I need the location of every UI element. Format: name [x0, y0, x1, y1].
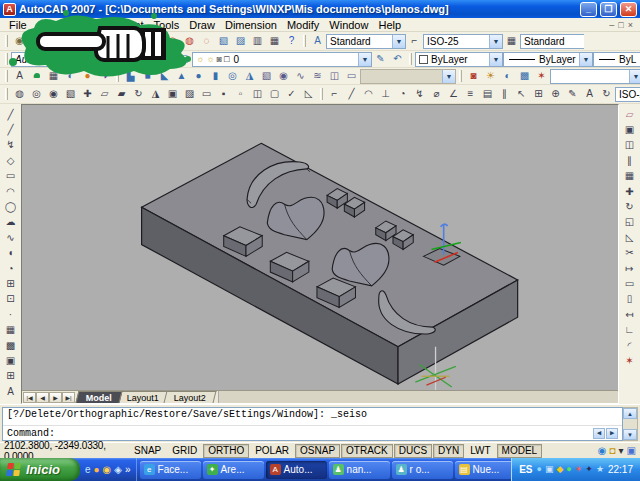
dim-tolerance-icon[interactable]: ⊞ [530, 87, 547, 102]
dim-radius-icon[interactable]: ◔ [394, 87, 411, 102]
chevron-down-icon[interactable]: ▼ [489, 35, 502, 48]
menu-file-item[interactable]: File [4, 19, 32, 31]
toolbar-grip[interactable] [5, 88, 8, 100]
clean-icon[interactable]: ▫ [232, 87, 249, 102]
layer-previous-icon[interactable]: ↶ [389, 52, 406, 67]
tray-user-icon[interactable]: ● [566, 465, 571, 474]
tray-shield-icon[interactable]: ◆ [556, 465, 563, 474]
scale-icon[interactable]: ◱ [621, 215, 638, 230]
toolbar-grip[interactable] [5, 35, 8, 47]
tray-app-icon[interactable]: ✦ [585, 465, 593, 474]
extrude-icon[interactable]: ▧ [258, 69, 275, 84]
mapping-icon[interactable]: ▩ [516, 69, 533, 84]
close-button[interactable]: ✕ [620, 2, 637, 17]
quick-media-icon[interactable]: ◈ [114, 464, 122, 475]
table-icon[interactable]: ⊞ [2, 369, 19, 384]
doc-minimize-button[interactable]: – [609, 20, 614, 30]
dimension-style-icon[interactable]: ⌐ [28, 69, 45, 84]
tab-nav-prev[interactable]: ◀ [36, 392, 49, 403]
taskbar-button-face[interactable]: e Face... [140, 461, 201, 479]
sheet-set-manager-icon[interactable]: ▧ [215, 34, 232, 49]
rectangle-icon[interactable]: ▭ [2, 169, 19, 184]
tray-star-icon[interactable]: ★ [596, 465, 604, 474]
taskbar-button-nan[interactable]: ♟ nan... [329, 461, 390, 479]
zoom-previous-icon[interactable]: ◌ [198, 34, 215, 49]
table-style-icon[interactable]: ▦ [45, 69, 62, 84]
tab-layout2[interactable]: Layout2 [164, 391, 217, 403]
materials-icon[interactable]: ● [79, 69, 96, 84]
sphere-icon[interactable]: ● [190, 69, 207, 84]
spline-icon[interactable]: ∿ [2, 230, 19, 245]
polyline-icon[interactable]: ↯ [2, 138, 19, 153]
start-button[interactable]: Inicio [0, 458, 80, 481]
workspace-settings-icon[interactable]: ✱ [115, 52, 132, 67]
tab-nav-next[interactable]: ▶ [49, 392, 62, 403]
cut-icon[interactable]: ✂ [28, 34, 45, 49]
scroll-up-icon[interactable]: ▲ [623, 408, 637, 419]
extend-icon[interactable]: ↦ [621, 261, 638, 276]
toolbar-grip[interactable] [116, 70, 119, 82]
layer-states-icon[interactable]: ▤ [175, 52, 192, 67]
toggle-ortho[interactable]: ORTHO [203, 444, 249, 458]
tab-nav-first[interactable]: |◀ [23, 392, 36, 403]
quick-launch-overflow-icon[interactable]: » [125, 464, 131, 475]
break-point-icon[interactable]: ▭ [621, 276, 638, 291]
dim-leader-icon[interactable]: ↖ [513, 87, 530, 102]
plotstyle-control-select[interactable]: ByL [593, 52, 640, 67]
dim-jogged-icon[interactable]: ↯ [411, 87, 428, 102]
chamfer-icon[interactable]: ∟ [621, 322, 638, 337]
chevron-down-icon[interactable]: ▼ [358, 53, 371, 66]
chevron-down-icon[interactable]: ▼ [392, 35, 405, 48]
horizontal-scrollbar[interactable] [218, 391, 618, 403]
dim-quick-icon[interactable]: ≡ [462, 87, 479, 102]
delete-faces-icon[interactable]: ▰ [113, 87, 130, 102]
help-icon[interactable]: ? [283, 34, 300, 49]
point-icon[interactable]: · [2, 307, 19, 322]
imprint-icon[interactable]: ▪ [215, 87, 232, 102]
taskbar-button-are[interactable]: ✦ Are... [203, 461, 264, 479]
status-menu-arrow-icon[interactable]: ▾ [619, 445, 624, 456]
menu-dimension-item[interactable]: Dimension [220, 19, 282, 31]
chevron-down-icon[interactable]: ▼ [579, 53, 592, 66]
menu-draw-item[interactable]: Draw [184, 19, 220, 31]
chevron-down-icon[interactable]: ▼ [101, 53, 114, 66]
move-faces-icon[interactable]: ✚ [79, 87, 96, 102]
menu-format-item[interactable]: Format [104, 19, 149, 31]
dim-edit-icon[interactable]: ✎ [564, 87, 581, 102]
dim-arc-icon[interactable]: ◠ [360, 87, 377, 102]
render-icon[interactable]: ◙ [465, 69, 482, 84]
wedge-icon[interactable]: ◣ [156, 69, 173, 84]
separate-icon[interactable]: ◫ [249, 87, 266, 102]
doc-restore-button[interactable]: □ [618, 20, 623, 30]
linetype-control-select[interactable]: ByLayer ▼ [503, 52, 593, 67]
circle-icon[interactable]: ◯ [2, 199, 19, 214]
render-preset-icon[interactable]: ◐ [62, 69, 79, 84]
text-style-select[interactable]: Standard ▼ [326, 34, 406, 49]
color-faces-icon[interactable]: ▨ [181, 87, 198, 102]
dim-angular-icon[interactable]: ∠ [445, 87, 462, 102]
quick-chrome-icon[interactable]: ◉ [103, 464, 112, 475]
subtract-icon[interactable]: ◎ [28, 87, 45, 102]
redo-icon[interactable]: ↷ [130, 34, 147, 49]
toggle-dyn[interactable]: DYN [433, 444, 464, 458]
tray-badge-icon[interactable]: ✶ [575, 465, 583, 474]
taskbar-button-ro[interactable]: ♟ r o... [392, 461, 453, 479]
copy-faces-icon[interactable]: ▣ [164, 87, 181, 102]
restore-button[interactable]: ❐ [600, 2, 617, 17]
tab-layout1[interactable]: Layout1 [117, 391, 170, 403]
visual-style-select[interactable]: ▼ [360, 69, 456, 84]
dim-ordinate-icon[interactable]: ⊥ [377, 87, 394, 102]
offset-icon[interactable]: ∥ [621, 153, 638, 168]
dim-diameter-icon[interactable]: ⌀ [428, 87, 445, 102]
erase-icon[interactable]: ▱ [621, 107, 638, 122]
offset-faces-icon[interactable]: ▱ [96, 87, 113, 102]
construction-line-icon[interactable]: ╱ [2, 122, 19, 137]
toggle-snap[interactable]: SNAP [129, 444, 166, 458]
intersect-icon[interactable]: ◉ [45, 87, 62, 102]
hatch-icon[interactable]: ▦ [2, 322, 19, 337]
tab-model[interactable]: Model [76, 391, 123, 403]
color-control-select[interactable]: ByLayer ▼ [415, 52, 503, 67]
copy-icon[interactable]: ▣ [45, 34, 62, 49]
lights-list-icon[interactable]: ☀ [482, 69, 499, 84]
clean-screen-icon[interactable]: ▣ [627, 445, 636, 456]
